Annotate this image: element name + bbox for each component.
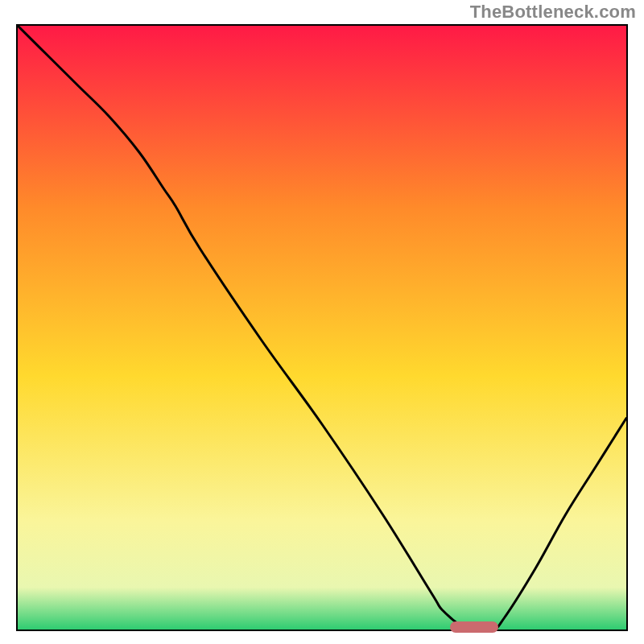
plot-area bbox=[18, 26, 626, 630]
optimum-marker bbox=[450, 621, 498, 633]
chart-svg bbox=[18, 26, 626, 630]
plot-frame bbox=[16, 24, 628, 631]
chart-root: { "watermark": { "text": "TheBottleneck.… bbox=[0, 0, 644, 644]
watermark-text: TheBottleneck.com bbox=[470, 2, 636, 23]
